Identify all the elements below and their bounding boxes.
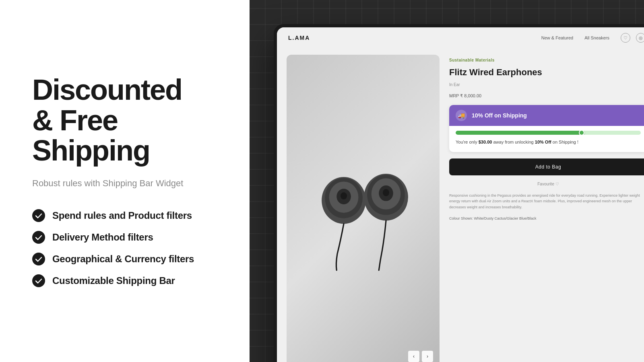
image-navigation: ‹ › [408,351,433,362]
message-suffix: on Shipping ! [551,140,578,144]
product-price: MRP ₹ 8,000.00 [449,93,644,99]
feature-item-1: Spend rules and Product filters [32,209,217,222]
product-image-container: ‹ › [287,55,440,362]
nav-link-new[interactable]: New & Featured [541,35,573,40]
nav-link-sneakers[interactable]: All Sneakers [584,35,609,40]
favourite-row[interactable]: Favourite ♡ [449,182,644,186]
feature-text-3: Geographical & Currency filters [52,253,194,265]
check-icon-3 [32,253,45,265]
content-area: ‹ › Sustainable Materials Flitz Wired Ea… [277,48,644,362]
discount-label: 10% Off [535,140,551,144]
check-icon-1 [32,209,45,222]
add-to-bag-button[interactable]: Add to Bag [449,158,644,175]
svg-point-13 [382,189,389,196]
discount-amount: $30.00 [479,140,492,144]
svg-point-0 [32,209,45,222]
wishlist-icon[interactable]: ♡ [621,33,630,43]
nav-bar: L.AMA New & Featured All Sneakers ♡ ◎ [277,27,644,48]
check-icon-2 [32,231,45,244]
product-image [287,55,440,362]
sub-heading: Robust rules with Shipping Bar Widget [32,177,217,190]
image-prev-button[interactable]: ‹ [408,351,419,362]
product-name: Flitz Wired Earphones [449,67,644,78]
product-type: In Ear [449,82,644,87]
shipping-title: 10% Off on Shipping [472,112,527,119]
svg-point-2 [32,253,45,265]
progress-bar-fill [456,131,582,135]
progress-bar-container [456,131,641,135]
product-description: Responsive cushioning in the Pegasus pro… [449,193,644,210]
tablet-frame: L.AMA New & Featured All Sneakers ♡ ◎ [274,24,644,362]
features-list: Spend rules and Product filters Delivery… [32,209,217,287]
earphones-illustration [298,78,428,345]
colour-info: Colour Shown: White/Dusty Cactus/Glacier… [449,216,644,220]
shipping-widget-body: You're only $30.00 away from unlocking 1… [449,126,644,152]
feature-text-2: Delivery Method filters [52,232,153,243]
main-heading: Discounted & Free Shipping [32,75,217,166]
tablet-screen: L.AMA New & Featured All Sneakers ♡ ◎ [277,27,644,362]
check-icon-4 [32,274,45,287]
shipping-widget: 🚚 10% Off on Shipping You're only $30.00… [449,105,644,152]
message-mid: away from unlocking [492,140,535,144]
product-info: Sustainable Materials Flitz Wired Earpho… [449,55,644,362]
nav-links: New & Featured All Sneakers [541,35,609,40]
svg-point-1 [32,231,45,244]
shipping-message: You're only $30.00 away from unlocking 1… [456,139,641,146]
message-prefix: You're only [456,140,479,144]
right-panel: L.AMA New & Featured All Sneakers ♡ ◎ [250,0,644,362]
feature-item-2: Delivery Method filters [32,231,217,244]
truck-icon: 🚚 [456,110,467,121]
svg-point-3 [32,274,45,287]
feature-text-4: Customizable Shipping Bar [52,275,175,286]
feature-item-3: Geographical & Currency filters [32,253,217,265]
product-tag: Sustainable Materials [449,58,644,62]
left-panel: Discounted & Free Shipping Robust rules … [0,0,250,362]
image-next-button[interactable]: › [422,351,433,362]
svg-point-8 [340,192,347,200]
nav-logo: L.AMA [288,35,310,41]
feature-text-1: Spend rules and Product filters [52,210,192,221]
nav-icons: ♡ ◎ [621,33,644,43]
feature-item-4: Customizable Shipping Bar [32,274,217,287]
cart-icon[interactable]: ◎ [636,33,644,43]
progress-bar-thumb [579,131,584,135]
shipping-widget-header: 🚚 10% Off on Shipping [449,105,644,126]
